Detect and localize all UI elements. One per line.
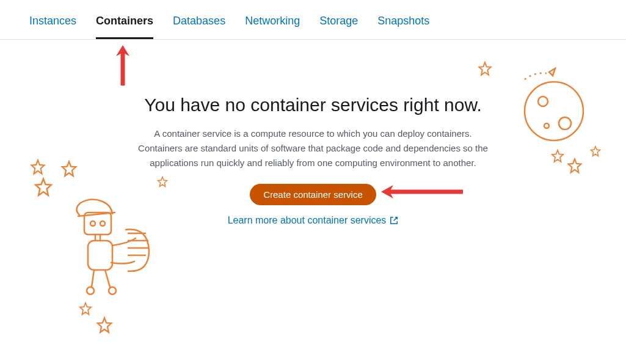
tab-bar: Instances Containers Databases Networkin… [0,0,626,40]
empty-state-heading: You have no container services right now… [0,95,626,115]
svg-point-4 [87,287,94,294]
tab-storage[interactable]: Storage [319,15,358,39]
tab-databases[interactable]: Databases [173,15,225,39]
star-decoration [95,316,114,335]
tab-instances[interactable]: Instances [29,15,76,39]
tab-networking[interactable]: Networking [245,15,300,39]
tab-containers[interactable]: Containers [96,15,153,39]
star-decoration [78,302,93,316]
tab-snapshots[interactable]: Snapshots [377,15,429,39]
learn-more-link[interactable]: Learn more about container services [228,215,399,226]
annotation-arrow-left [379,182,464,202]
svg-point-5 [109,287,116,294]
empty-state: You have no container services right now… [0,40,626,226]
annotation-arrow-up [114,44,132,87]
create-container-service-button[interactable]: Create container service [250,184,376,205]
svg-rect-3 [88,241,112,270]
empty-state-description: A container service is a compute resourc… [136,126,490,170]
external-link-icon [390,216,398,225]
learn-more-label: Learn more about container services [228,215,387,226]
